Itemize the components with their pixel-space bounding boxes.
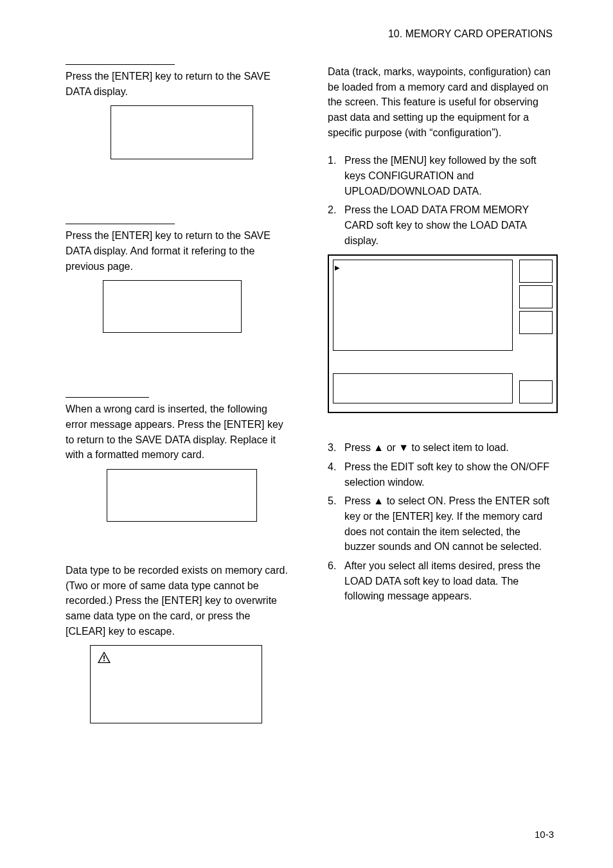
load-data-display: ▶ <box>328 254 558 413</box>
page-number: 10-3 <box>535 829 554 840</box>
paragraph: Press the [ENTER] key to return to the S… <box>66 69 292 99</box>
list-number: 6. <box>328 558 344 604</box>
svg-rect-1 <box>103 660 105 661</box>
soft-key[interactable] <box>519 285 553 308</box>
cursor-arrow-icon: ▶ <box>335 264 340 271</box>
list-item: 5.Press ▲ to select ON. Press the ENTER … <box>328 493 554 554</box>
numbered-list: 3.Press ▲ or ▼ to select item to load. 4… <box>328 440 554 604</box>
numbered-list: 1.Press the [MENU] key followed by the s… <box>328 153 554 248</box>
list-number: 2. <box>328 202 344 248</box>
chapter-header: 10. MEMORY CARD OPERATIONS <box>66 28 554 40</box>
warning-icon <box>97 651 111 664</box>
list-text: Press ▲ to select ON. Press the ENTER so… <box>344 493 554 554</box>
soft-key[interactable] <box>519 260 553 283</box>
list-number: 4. <box>328 459 344 490</box>
section-rule <box>66 64 175 65</box>
list-item: 3.Press ▲ or ▼ to select item to load. <box>328 440 554 456</box>
list-text: Press ▲ or ▼ to select item to load. <box>344 440 554 456</box>
paragraph: Data (track, marks, waypoints, configura… <box>328 64 554 140</box>
left-column: Press the [ENTER] key to return to the S… <box>66 64 292 723</box>
list-number: 5. <box>328 493 344 554</box>
paragraph: When a wrong card is inserted, the follo… <box>66 402 292 463</box>
svg-rect-0 <box>103 656 105 659</box>
list-text: Press the EDIT soft key to show the ON/O… <box>344 459 554 490</box>
message-box <box>107 469 257 522</box>
message-box <box>111 105 253 159</box>
list-number: 3. <box>328 440 344 456</box>
warning-box <box>90 645 262 723</box>
soft-key[interactable] <box>519 380 553 403</box>
list-item: 4.Press the EDIT soft key to show the ON… <box>328 459 554 490</box>
section-rule <box>66 224 175 224</box>
load-list-area: ▶ <box>333 260 513 351</box>
list-item: 1.Press the [MENU] key followed by the s… <box>328 153 554 199</box>
right-column: Data (track, marks, waypoints, configura… <box>328 64 554 723</box>
message-box <box>103 280 242 333</box>
paragraph: Press the [ENTER] key to return to the S… <box>66 228 292 274</box>
list-item: 6.After you select all items desired, pr… <box>328 558 554 604</box>
paragraph: Data type to be recorded exists on memor… <box>66 563 292 639</box>
list-text: After you select all items desired, pres… <box>344 558 554 604</box>
list-text: Press the [MENU] key followed by the sof… <box>344 153 554 199</box>
status-area <box>333 373 513 403</box>
list-item: 2.Press the LOAD DATA FROM MEMORY CARD s… <box>328 202 554 248</box>
soft-key[interactable] <box>519 311 553 334</box>
section-rule <box>66 397 149 398</box>
list-text: Press the LOAD DATA FROM MEMORY CARD sof… <box>344 202 554 248</box>
list-number: 1. <box>328 153 344 199</box>
